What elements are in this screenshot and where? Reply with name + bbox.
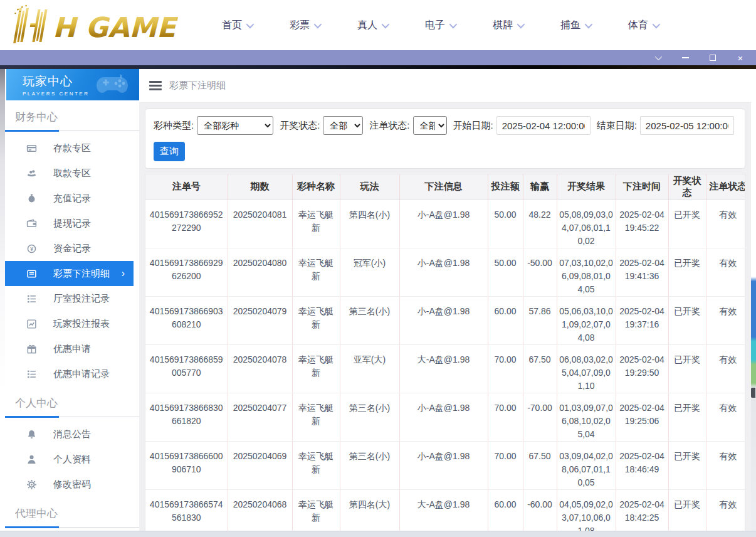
table-cell: 亚军(大) xyxy=(340,344,399,393)
table-cell: 已开奖 xyxy=(668,441,706,489)
window-close-button[interactable]: × xyxy=(733,52,747,63)
sidebar-item[interactable]: ¥资金记录 xyxy=(5,236,139,261)
breadcrumb: 彩票下注明细 xyxy=(139,69,751,103)
menu-toggle-icon[interactable] xyxy=(149,79,162,93)
table-cell: 401569173866574561830 xyxy=(145,489,228,531)
window-minimize-button[interactable] xyxy=(678,52,692,63)
table-cell: -70.00 xyxy=(523,393,557,441)
sidebar-item[interactable]: 个人资料 xyxy=(5,447,139,472)
table-cell: -60.00 xyxy=(523,489,557,531)
table-cell: 67.50 xyxy=(523,441,557,489)
table-cell: 401569173866929626200 xyxy=(145,248,228,296)
order-status-select[interactable]: 全部 xyxy=(413,116,447,135)
sidebar-item[interactable]: 厅室投注记录 xyxy=(5,286,139,311)
column-header: 开奖状态 xyxy=(668,174,706,199)
table-cell: 有效 xyxy=(706,489,745,531)
table-cell: 第三名(小) xyxy=(340,393,399,441)
table-cell: 有效 xyxy=(706,344,745,393)
promo-apply-icon xyxy=(26,344,37,354)
table-cell: 20250204078 xyxy=(228,344,292,393)
table-cell: 有效 xyxy=(706,248,745,296)
end-date-label: 结束日期: xyxy=(597,120,637,132)
sidebar-item-label: 修改密码 xyxy=(53,479,91,491)
logo-text: H GAME xyxy=(53,11,178,43)
table-cell: 有效 xyxy=(706,441,745,489)
nav-item-2[interactable]: 彩票 xyxy=(290,19,320,32)
sidebar-item[interactable]: 优惠申请记录 xyxy=(5,361,139,386)
nav-item-7[interactable]: 体育 xyxy=(628,19,658,32)
table-row: 40156917386685900577020250204078幸运飞艇新亚军(… xyxy=(145,344,745,393)
table-cell: 20250204079 xyxy=(228,296,292,344)
nav-label: 首页 xyxy=(222,19,242,32)
search-button[interactable]: 查询 xyxy=(154,142,185,161)
sidebar-item[interactable]: 存款专区 xyxy=(5,136,139,161)
start-date-input[interactable] xyxy=(496,116,591,135)
chevron-down-icon xyxy=(517,20,525,28)
nav-item-4[interactable]: 电子 xyxy=(425,19,455,32)
sidebar-item[interactable]: 优惠申请 xyxy=(5,336,139,361)
lottery-type-select[interactable]: 全部彩种 xyxy=(197,116,273,135)
column-header: 注单号 xyxy=(145,174,228,199)
table-cell: 67.50 xyxy=(523,344,557,393)
table-row: 40156917386692962620020250204080幸运飞艇新冠军(… xyxy=(145,248,745,296)
nav-item-5[interactable]: 棋牌 xyxy=(493,19,523,32)
sidebar-item-label: 提现记录 xyxy=(53,218,91,230)
funds-record-icon: ¥ xyxy=(26,243,37,254)
nav-item-3[interactable]: 真人 xyxy=(357,19,387,32)
site-header: H GAME 首页彩票真人电子棋牌捕鱼体育 xyxy=(0,0,756,50)
end-date-input[interactable] xyxy=(640,116,734,135)
nav-item-6[interactable]: 捕鱼 xyxy=(560,19,591,32)
nav-item-1[interactable]: 首页 xyxy=(222,19,252,32)
column-header: 玩法 xyxy=(340,174,399,199)
table-cell: 401569173866600906710 xyxy=(145,441,228,489)
sidebar-item-label: 充值记录 xyxy=(53,193,91,205)
filter-panel: 彩种类型: 全部彩种 开奖状态: 全部 注单状态: 全部 开始日期: 结束日期:… xyxy=(145,109,745,169)
table-cell: 已开奖 xyxy=(668,248,706,296)
draw-status-select[interactable]: 全部 xyxy=(323,116,363,135)
table-cell: 20250204077 xyxy=(228,393,292,441)
table-cell: 已开奖 xyxy=(668,344,706,393)
chevron-down-icon xyxy=(246,20,255,28)
table-cell: 60.00 xyxy=(488,296,523,344)
window-left-edge xyxy=(0,69,5,531)
nav-label: 真人 xyxy=(357,19,377,32)
nav-label: 捕鱼 xyxy=(560,19,580,32)
sidebar-item[interactable]: 充值记录 xyxy=(5,186,139,211)
table-cell: 48.22 xyxy=(523,199,557,248)
table-row: 40156917386690360821020250204079幸运飞艇新第三名… xyxy=(145,296,745,344)
sidebar-item-label: 优惠申请 xyxy=(53,343,91,355)
table-cell: 有效 xyxy=(706,199,745,248)
deposit-icon xyxy=(26,143,37,154)
promo-record-icon xyxy=(26,369,37,380)
main-nav: 首页彩票真人电子棋牌捕鱼体育 xyxy=(222,19,658,32)
chevron-down-icon xyxy=(314,20,322,28)
table-cell: 第三名(小) xyxy=(340,441,399,489)
sidebar-item[interactable]: 彩票下注明细› xyxy=(5,261,134,286)
withdrawal-record-icon xyxy=(26,218,37,229)
sidebar-item[interactable]: 取款专区 xyxy=(5,161,139,186)
sidebar-item-label: 优惠申请记录 xyxy=(53,368,110,380)
bets-table: 注单号期数彩种名称玩法下注信息投注额输赢开奖结果下注时间开奖状态注单状态 401… xyxy=(145,174,745,531)
table-cell: 04,05,09,02,03,07,10,06,01,08 xyxy=(557,489,616,531)
table-cell: 01,03,09,07,06,08,10,02,05,04 xyxy=(557,393,616,441)
sidebar-section-title: 代理中心 xyxy=(5,497,139,526)
column-header: 投注额 xyxy=(488,174,523,199)
window-dropdown-button[interactable] xyxy=(651,52,664,63)
sidebar-item[interactable]: 消息公告 xyxy=(5,422,139,447)
svg-text:¥: ¥ xyxy=(30,245,33,252)
table-row: 40156917386657456183020250204068幸运飞艇新第四名… xyxy=(145,489,745,531)
table-cell: 幸运飞艇新 xyxy=(292,296,340,344)
sidebar-item[interactable]: 玩家投注报表 xyxy=(5,311,139,336)
sidebar-item-label: 彩票下注明细 xyxy=(53,268,110,280)
window-maximize-button[interactable] xyxy=(706,52,720,63)
recharge-record-icon xyxy=(26,193,37,204)
table-cell: 70.00 xyxy=(488,441,523,489)
sidebar-item[interactable]: 提现记录 xyxy=(5,211,139,236)
sidebar-section-title: 财务中心 xyxy=(5,100,139,130)
chevron-down-icon xyxy=(585,20,593,28)
main-area: 彩票下注明细 彩种类型: 全部彩种 开奖状态: 全部 注单状态: 全部 开始日期… xyxy=(139,69,751,531)
table-cell: 2025-02-04 19:29:50 xyxy=(616,344,668,393)
sidebar-item[interactable]: 修改密码 xyxy=(5,472,139,497)
sidebar-item-label: 厅室投注记录 xyxy=(53,293,110,305)
window-bottom-edge xyxy=(0,531,756,537)
